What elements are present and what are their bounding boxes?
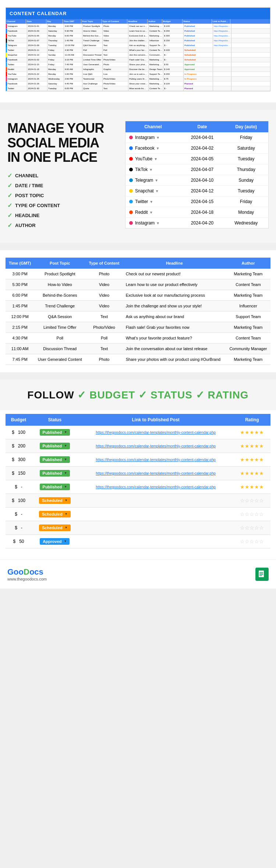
cell-author: Marketing Team (149, 34, 163, 38)
bt-rating: ☆☆☆☆☆ (234, 534, 270, 548)
published-link[interactable]: https://thegoodocs.com/calendar-template… (96, 485, 216, 489)
cell-status: Planned (184, 86, 213, 91)
channel-cell: Instagram ▼ (125, 218, 181, 229)
footer-url: www.thegoodocs.com (7, 577, 47, 581)
cell-time: 2:00 PM (64, 77, 82, 81)
post-details-section: Time (GMT) Post Topic Type of Content He… (0, 250, 276, 372)
status-badge[interactable]: Scheduled ▼ (39, 511, 71, 517)
cell-author: Support Team (149, 72, 163, 76)
bt-status: Published ▼ (32, 426, 78, 439)
cell-budget: $ 50 (163, 62, 184, 67)
cell-link: https://thegoodocs.com/calendar-template… (213, 24, 231, 28)
status-badge[interactable]: Published ▼ (40, 456, 70, 463)
budget-table: Budget Status Link to Published Post Rat… (6, 414, 270, 548)
cell-date: 2024-01-13 (27, 53, 47, 57)
pd-headline: What's your favorite product feature? (123, 332, 226, 343)
cell-budget: $ 140 (163, 67, 184, 72)
cell-author: Design Team (149, 67, 163, 72)
table-row: $ 50 Approved ▼ ☆☆☆☆☆ (6, 534, 270, 548)
status-badge[interactable]: Approved ▼ (40, 538, 70, 545)
cell-status: Scheduled (184, 57, 213, 62)
bt-link (78, 521, 234, 534)
channel-dot (129, 189, 133, 193)
channel-name: Instagram (135, 220, 155, 226)
cell-link: https://thegoodocs.com/calendar-template… (213, 34, 231, 38)
channel-col-header: Channel (125, 121, 181, 133)
pd-time-header: Time (GMT) (6, 258, 34, 269)
status-badge[interactable]: Published ▼ (40, 470, 70, 477)
feature-topic: ✓POST TOPIC (7, 192, 118, 199)
pd-topic: User Generated Content (34, 354, 85, 365)
rating-empty: ☆☆☆☆☆ (240, 511, 264, 517)
channel-dot (129, 157, 133, 161)
status-badge[interactable]: Scheduled ▼ (39, 524, 71, 531)
cell-type: Graphic (103, 67, 128, 72)
status-badge[interactable]: Published ▼ (40, 443, 70, 449)
dropdown-arrow-icon: ▼ (64, 540, 67, 543)
channel-dot (129, 146, 133, 150)
status-badge[interactable]: Scheduled ▼ (39, 497, 71, 504)
spreadsheet-container: CONTENT CALENDAR Channel Date Day Time G… (6, 7, 270, 91)
cell-type: Text (103, 53, 128, 57)
bt-link: https://thegoodocs.com/calendar-template… (78, 426, 234, 439)
cell-type: Text (103, 43, 128, 48)
pd-topic: Discussion Thread (34, 343, 85, 354)
published-link[interactable]: https://thegoodocs.com/calendar-template… (96, 430, 216, 435)
bt-rating: ☆☆☆☆☆ (234, 521, 270, 534)
bt-status: Approved ▼ (32, 534, 78, 548)
col-header-status: Status (183, 19, 212, 24)
feature-datetime: ✓DATE / TIME (7, 182, 118, 189)
published-link[interactable]: https://thegoodocs.com/calendar-template… (96, 444, 216, 448)
cell-topic: Poll (82, 48, 103, 52)
cell-headline: Ask us anything about our brand (128, 43, 149, 48)
rating-empty: ☆☆☆☆☆ (240, 538, 264, 544)
date-cell: 2024-04-15 (181, 196, 224, 207)
bt-budget: $ 150 (6, 466, 32, 480)
cell-budget: $ 100 (163, 24, 184, 28)
check-icon-headline: ✓ (7, 212, 12, 219)
date-cell: 2024-04-07 (181, 164, 224, 175)
cell-budget: $ - (163, 57, 184, 62)
list-item: TikTok ▼ 2024-04-07 Thursday (125, 164, 269, 175)
bt-status: Published ▼ (32, 466, 78, 480)
cell-status: Published (184, 24, 213, 28)
check-icon-author: ✓ (7, 222, 12, 229)
published-link[interactable]: https://thegoodocs.com/calendar-template… (96, 458, 216, 462)
cell-topic: Infographic (82, 67, 103, 72)
cell-topic: Ace Challenge (82, 81, 103, 86)
manage-features-list: ✓CHANNEL ✓DATE / TIME ✓POST TOPIC ✓TYPE … (7, 172, 118, 229)
cell-link: https://thegoodocs.com/calendar-template… (213, 38, 231, 43)
cell-headline: What's your favorite product feature? (128, 48, 149, 52)
pd-topic-header: Post Topic (34, 258, 85, 269)
channel-table-body: Instagram ▼ 2024-04-01 Friday Facebook ▼… (125, 132, 269, 229)
channel-name: Instagram (135, 135, 155, 140)
cell-topic: Quote (82, 86, 103, 91)
published-link[interactable]: https://thegoodocs.com/calendar-template… (96, 471, 216, 475)
chevron-down-icon: ▼ (149, 168, 153, 172)
pd-time: 1:45 PM (6, 300, 34, 311)
cell-time: 1:45 PM (64, 38, 82, 43)
table-row: 5:30 PM How-to Video Video Learn how to … (6, 279, 270, 290)
bt-link (78, 507, 234, 521)
bt-rating: ★★★★★ (234, 466, 270, 480)
cell-day: Wednesday (47, 77, 64, 81)
chevron-down-icon: ▼ (156, 221, 160, 225)
manage-title: MANAGE YOURSOCIAL MEDIAIN ONE PLACE (7, 121, 118, 165)
pd-topic: Q&A Session (34, 311, 85, 322)
spreadsheet-rows: Instagram 2024-01-01 Monday 3:00 PM Prod… (6, 24, 270, 91)
list-item: Instagram ▼ 2024-04-20 Wednesday (125, 218, 269, 229)
status-badge[interactable]: Published ▼ (40, 484, 70, 490)
cell-author: Marketing Team (149, 24, 163, 28)
bt-budget: $ - (6, 480, 32, 494)
check-icon-topic: ✓ (7, 192, 12, 199)
status-badge[interactable]: Published ▼ (40, 429, 70, 436)
list-item: Snapchat ▼ 2024-04-12 Tuesday (125, 186, 269, 196)
table-row: 12:00 PM Q&A Session Text Ask us anythin… (6, 311, 270, 322)
cell-channel: Snapchat (7, 53, 27, 57)
channel-cell: TikTok ▼ (125, 164, 181, 175)
manage-section: MANAGE YOURSOCIAL MEDIAIN ONE PLACE ✓CHA… (0, 110, 276, 243)
channel-dot (129, 200, 133, 203)
budget-section: Budget Status Link to Published Post Rat… (0, 410, 276, 560)
cell-date: 2024-01-25 (27, 77, 47, 81)
cell-date: 2024-01-15 (27, 62, 47, 67)
